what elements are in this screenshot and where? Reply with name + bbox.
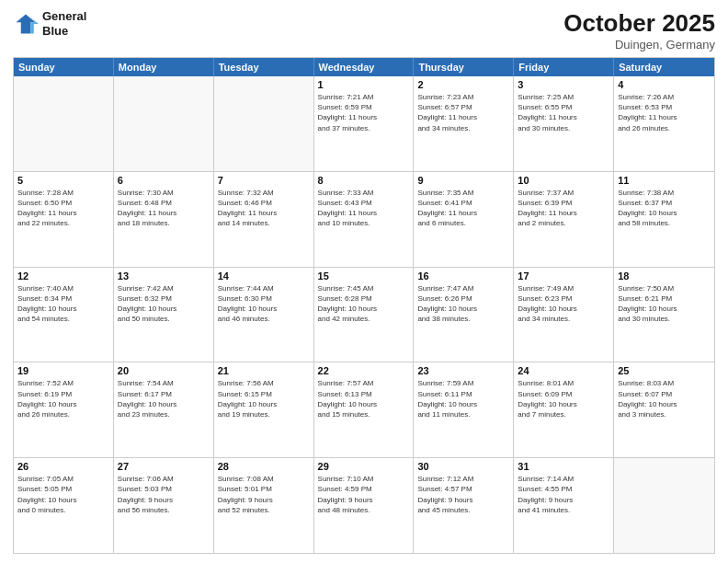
calendar-cell: 26Sunrise: 7:05 AMSunset: 5:05 PMDayligh… — [14, 458, 114, 553]
calendar-cell: 30Sunrise: 7:12 AMSunset: 4:57 PMDayligh… — [414, 458, 514, 553]
cell-text: Sunrise: 7:44 AMSunset: 6:30 PMDaylight:… — [218, 283, 310, 325]
calendar-cell: 17Sunrise: 7:49 AMSunset: 6:23 PMDayligh… — [514, 268, 614, 362]
logo-text: General Blue — [42, 9, 86, 38]
location: Duingen, Germany — [563, 38, 715, 52]
calendar-row: 26Sunrise: 7:05 AMSunset: 5:05 PMDayligh… — [14, 457, 714, 553]
calendar-cell: 20Sunrise: 7:54 AMSunset: 6:17 PMDayligh… — [114, 362, 214, 457]
calendar-cell: 19Sunrise: 7:52 AMSunset: 6:19 PMDayligh… — [14, 362, 114, 457]
cell-text: Sunrise: 7:32 AMSunset: 6:46 PMDaylight:… — [218, 188, 310, 229]
day-number: 29 — [318, 461, 410, 472]
calendar-cell: 31Sunrise: 7:14 AMSunset: 4:55 PMDayligh… — [514, 458, 614, 553]
calendar-cell: 12Sunrise: 7:40 AMSunset: 6:34 PMDayligh… — [14, 268, 114, 362]
calendar-cell: 8Sunrise: 7:33 AMSunset: 6:43 PMDaylight… — [314, 172, 415, 267]
weekday-header: Friday — [514, 58, 614, 76]
day-number: 8 — [318, 175, 410, 186]
cell-text: Sunrise: 7:12 AMSunset: 4:57 PMDaylight:… — [417, 474, 509, 515]
cell-text: Sunrise: 7:49 AMSunset: 6:23 PMDaylight:… — [518, 283, 609, 325]
cell-text: Sunrise: 7:42 AMSunset: 6:32 PMDaylight:… — [118, 283, 210, 325]
day-number: 25 — [618, 365, 711, 376]
cell-text: Sunrise: 7:45 AMSunset: 6:28 PMDaylight:… — [318, 283, 410, 325]
cell-text: Sunrise: 7:57 AMSunset: 6:13 PMDaylight:… — [318, 378, 410, 419]
weekday-header: Wednesday — [314, 58, 415, 76]
day-number: 14 — [218, 270, 310, 282]
cell-text: Sunrise: 7:40 AMSunset: 6:34 PMDaylight:… — [17, 283, 109, 325]
day-number: 24 — [518, 365, 609, 376]
calendar-cell: 28Sunrise: 7:08 AMSunset: 5:01 PMDayligh… — [214, 458, 314, 553]
calendar-cell: 14Sunrise: 7:44 AMSunset: 6:30 PMDayligh… — [214, 268, 314, 362]
calendar-cell: 15Sunrise: 7:45 AMSunset: 6:28 PMDayligh… — [314, 268, 415, 362]
cell-text: Sunrise: 7:26 AMSunset: 6:53 PMDaylight:… — [618, 92, 711, 133]
calendar-cell: 3Sunrise: 7:25 AMSunset: 6:55 PMDaylight… — [514, 76, 614, 171]
calendar-cell — [114, 76, 214, 171]
day-number: 12 — [17, 270, 109, 282]
cell-text: Sunrise: 7:25 AMSunset: 6:55 PMDaylight:… — [518, 92, 609, 133]
calendar-row: 19Sunrise: 7:52 AMSunset: 6:19 PMDayligh… — [14, 362, 714, 457]
cell-text: Sunrise: 7:33 AMSunset: 6:43 PMDaylight:… — [318, 188, 410, 229]
day-number: 16 — [417, 270, 509, 282]
weekday-header: Tuesday — [214, 58, 314, 76]
cell-text: Sunrise: 8:01 AMSunset: 6:09 PMDaylight:… — [518, 378, 609, 419]
calendar-cell: 21Sunrise: 7:56 AMSunset: 6:15 PMDayligh… — [214, 362, 314, 457]
cell-text: Sunrise: 7:23 AMSunset: 6:57 PMDaylight:… — [417, 92, 509, 133]
cell-text: Sunrise: 7:10 AMSunset: 4:59 PMDaylight:… — [318, 474, 410, 515]
calendar-cell: 11Sunrise: 7:38 AMSunset: 6:37 PMDayligh… — [614, 172, 714, 267]
weekday-header: Thursday — [414, 58, 514, 76]
calendar-cell: 9Sunrise: 7:35 AMSunset: 6:41 PMDaylight… — [414, 172, 514, 267]
calendar-row: 12Sunrise: 7:40 AMSunset: 6:34 PMDayligh… — [14, 267, 714, 362]
calendar-cell — [214, 76, 314, 171]
cell-text: Sunrise: 7:50 AMSunset: 6:21 PMDaylight:… — [618, 283, 711, 325]
logo-line2: Blue — [42, 24, 86, 39]
logo: General Blue — [13, 9, 86, 38]
calendar-header: SundayMondayTuesdayWednesdayThursdayFrid… — [14, 58, 714, 76]
weekday-header: Monday — [114, 58, 214, 76]
cell-text: Sunrise: 7:59 AMSunset: 6:11 PMDaylight:… — [417, 378, 509, 419]
day-number: 2 — [417, 79, 509, 90]
day-number: 9 — [417, 175, 509, 186]
calendar-cell — [614, 458, 714, 553]
month-title: October 2025 — [563, 9, 715, 38]
calendar-cell: 13Sunrise: 7:42 AMSunset: 6:32 PMDayligh… — [114, 268, 214, 362]
calendar-cell: 25Sunrise: 8:03 AMSunset: 6:07 PMDayligh… — [614, 362, 714, 457]
calendar-cell: 2Sunrise: 7:23 AMSunset: 6:57 PMDaylight… — [414, 76, 514, 171]
weekday-header: Sunday — [14, 58, 114, 76]
logo-icon — [13, 11, 39, 37]
cell-text: Sunrise: 7:08 AMSunset: 5:01 PMDaylight:… — [218, 474, 310, 515]
cell-text: Sunrise: 7:05 AMSunset: 5:05 PMDaylight:… — [17, 474, 109, 515]
calendar-cell: 6Sunrise: 7:30 AMSunset: 6:48 PMDaylight… — [114, 172, 214, 267]
cell-text: Sunrise: 7:54 AMSunset: 6:17 PMDaylight:… — [118, 378, 210, 419]
cell-text: Sunrise: 7:21 AMSunset: 6:59 PMDaylight:… — [318, 92, 410, 133]
day-number: 6 — [118, 175, 210, 186]
day-number: 1 — [318, 79, 410, 90]
calendar-row: 5Sunrise: 7:28 AMSunset: 6:50 PMDaylight… — [14, 171, 714, 267]
cell-text: Sunrise: 7:56 AMSunset: 6:15 PMDaylight:… — [218, 378, 310, 419]
calendar-cell: 27Sunrise: 7:06 AMSunset: 5:03 PMDayligh… — [114, 458, 214, 553]
calendar-cell: 1Sunrise: 7:21 AMSunset: 6:59 PMDaylight… — [314, 76, 415, 171]
calendar-body: 1Sunrise: 7:21 AMSunset: 6:59 PMDaylight… — [14, 76, 714, 553]
day-number: 17 — [518, 270, 609, 282]
day-number: 20 — [118, 365, 210, 376]
day-number: 13 — [118, 270, 210, 282]
calendar-cell: 18Sunrise: 7:50 AMSunset: 6:21 PMDayligh… — [614, 268, 714, 362]
day-number: 3 — [518, 79, 609, 90]
day-number: 26 — [17, 461, 109, 472]
page: General Blue October 2025 Duingen, Germa… — [0, 0, 728, 563]
calendar-cell: 22Sunrise: 7:57 AMSunset: 6:13 PMDayligh… — [314, 362, 415, 457]
day-number: 11 — [618, 175, 711, 186]
day-number: 10 — [518, 175, 609, 186]
calendar-cell: 10Sunrise: 7:37 AMSunset: 6:39 PMDayligh… — [514, 172, 614, 267]
day-number: 4 — [618, 79, 711, 90]
day-number: 27 — [118, 461, 210, 472]
cell-text: Sunrise: 7:47 AMSunset: 6:26 PMDaylight:… — [417, 283, 509, 325]
day-number: 30 — [417, 461, 509, 472]
calendar-cell: 23Sunrise: 7:59 AMSunset: 6:11 PMDayligh… — [414, 362, 514, 457]
weekday-header: Saturday — [614, 58, 714, 76]
calendar-cell: 16Sunrise: 7:47 AMSunset: 6:26 PMDayligh… — [414, 268, 514, 362]
day-number: 21 — [218, 365, 310, 376]
cell-text: Sunrise: 7:30 AMSunset: 6:48 PMDaylight:… — [118, 188, 210, 229]
cell-text: Sunrise: 7:38 AMSunset: 6:37 PMDaylight:… — [618, 188, 711, 229]
logo-line1: General — [42, 9, 86, 24]
cell-text: Sunrise: 7:35 AMSunset: 6:41 PMDaylight:… — [417, 188, 509, 229]
day-number: 22 — [318, 365, 410, 376]
cell-text: Sunrise: 7:37 AMSunset: 6:39 PMDaylight:… — [518, 188, 609, 229]
day-number: 31 — [518, 461, 609, 472]
